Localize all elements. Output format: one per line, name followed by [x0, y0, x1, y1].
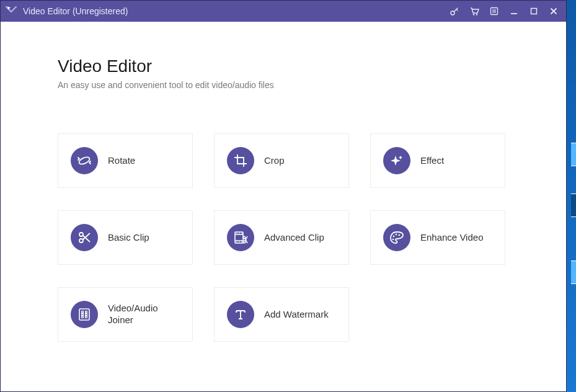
tool-enhance-video[interactable]: Enhance Video	[370, 210, 505, 265]
tool-grid: Rotate Crop Effect	[58, 133, 509, 342]
tool-rotate[interactable]: Rotate	[58, 133, 193, 188]
tool-label: Effect	[420, 155, 444, 167]
page-title: Video Editor	[58, 56, 509, 76]
join-icon	[71, 301, 98, 328]
svg-point-26	[82, 314, 83, 315]
close-button[interactable]	[546, 4, 561, 19]
title-bar: Video Editor (Unregistered)	[1, 1, 566, 22]
tool-label: Enhance Video	[420, 232, 483, 244]
svg-point-29	[86, 314, 87, 315]
svg-point-14	[239, 241, 240, 243]
svg-point-2	[473, 14, 474, 15]
tool-joiner[interactable]: Video/AudioJoiner	[58, 287, 193, 342]
text-icon	[227, 301, 254, 328]
main-content: Video Editor An easy use and convenient …	[1, 22, 566, 391]
svg-point-21	[392, 239, 394, 241]
tool-label: Video/AudioJoiner	[108, 303, 158, 326]
key-icon[interactable]	[447, 4, 462, 19]
cart-icon[interactable]	[467, 4, 482, 19]
scissors-icon	[71, 224, 98, 251]
crop-icon	[227, 147, 254, 174]
tool-label: Rotate	[108, 155, 135, 167]
tool-label: Advanced Clip	[264, 232, 324, 244]
svg-point-13	[236, 241, 237, 243]
tool-label: Basic Clip	[108, 232, 149, 244]
minimize-button[interactable]	[507, 4, 521, 19]
app-window: Video Editor (Unregistered) Video Editor…	[0, 0, 567, 392]
desktop-background	[567, 0, 576, 392]
svg-point-18	[393, 236, 395, 238]
tool-label: Add Watermark	[264, 309, 329, 321]
tool-advanced-clip[interactable]: Advanced Clip	[214, 210, 349, 265]
svg-point-6	[78, 156, 91, 166]
svg-point-30	[86, 316, 87, 318]
svg-point-27	[82, 316, 83, 318]
film-scissors-icon	[227, 224, 254, 251]
tool-crop[interactable]: Crop	[214, 133, 349, 188]
svg-point-25	[82, 311, 83, 313]
tool-effect[interactable]: Effect	[370, 133, 505, 188]
tool-label: Crop	[264, 155, 285, 167]
svg-point-19	[396, 234, 397, 236]
rotate-icon	[71, 147, 98, 174]
svg-point-10	[236, 233, 237, 234]
app-logo-icon	[4, 6, 18, 17]
svg-point-20	[399, 234, 401, 236]
sparkle-icon	[383, 147, 410, 174]
maximize-button[interactable]	[526, 4, 541, 19]
menu-icon[interactable]	[487, 4, 502, 19]
svg-point-11	[239, 233, 240, 234]
svg-rect-5	[531, 9, 537, 14]
svg-point-15	[241, 241, 242, 243]
palette-icon	[383, 224, 410, 251]
svg-point-12	[241, 233, 242, 234]
window-title: Video Editor (Unregistered)	[23, 6, 128, 16]
page-subtitle: An easy use and convenient tool to edit …	[58, 80, 509, 90]
svg-point-3	[476, 14, 477, 15]
svg-point-28	[86, 311, 87, 313]
svg-rect-22	[79, 309, 89, 320]
tool-basic-clip[interactable]: Basic Clip	[58, 210, 193, 265]
svg-point-0	[6, 7, 7, 8]
tool-watermark[interactable]: Add Watermark	[214, 287, 349, 342]
